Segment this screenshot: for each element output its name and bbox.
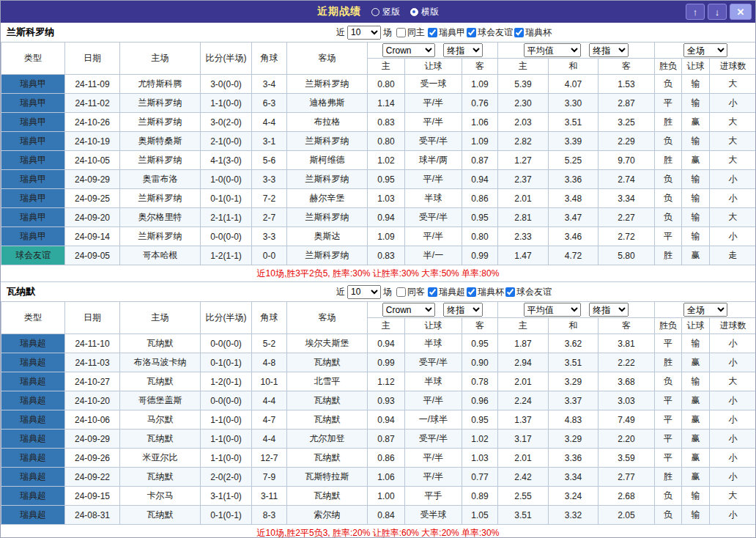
handicap-line: 平/半 — [405, 391, 462, 410]
avg-odds-home: 2.33 — [498, 227, 549, 246]
move-down-button[interactable]: ↓ — [708, 4, 727, 20]
away-team-name: 兰斯科罗纳 — [287, 170, 368, 189]
summary-line: 近10场,胜2平5负3, 胜率:20% 让胜率:60% 大率:20% 单率:30… — [1, 525, 755, 538]
result-handicap: 输 — [682, 75, 710, 94]
result-outcome: 胜 — [655, 353, 682, 372]
match-date: 24-11-02 — [65, 94, 120, 113]
same-venue-input[interactable] — [396, 28, 406, 37]
away-team-name: 兰斯科罗纳 — [287, 75, 368, 94]
league-filter-checkbox[interactable]: 瑞典超 — [428, 286, 465, 298]
league-filter-checkbox[interactable]: 瑞典杯 — [514, 26, 552, 39]
match-row: 瑞典超 24-09-29 瓦纳默 1-1(0-0) 4-4 尤尔加登 0.87 … — [1, 430, 756, 449]
home-team-name: 瓦纳默 — [120, 468, 201, 487]
avg-type-select[interactable]: 平均值 — [524, 303, 581, 317]
recent-count-select[interactable]: 10 — [347, 285, 381, 299]
handicap-line: 平/半 — [405, 468, 462, 487]
avg-type-select[interactable]: 平均值 — [524, 43, 581, 57]
handicap-line: 受平/半 — [405, 208, 462, 227]
handicap-line: 半球 — [405, 334, 462, 353]
result-outcome: 负 — [655, 189, 682, 208]
result-outcome: 平 — [655, 449, 682, 468]
col-header-date: 日期 — [65, 302, 120, 334]
handicap-line: 平/半 — [405, 227, 462, 246]
handicap-odds-home: 0.86 — [368, 449, 405, 468]
layout-radio-vertical[interactable]: 竖版 — [371, 6, 400, 18]
odds-provider-select[interactable]: Crown — [382, 303, 435, 317]
result-outcome: 负 — [655, 132, 682, 151]
team-name: 瓦纳默 — [7, 285, 35, 298]
titlebar-buttons: ↑ ↓ ✕ — [683, 4, 752, 20]
same-venue-checkbox[interactable]: 同主 — [396, 26, 425, 39]
odds-stage-select[interactable]: 终指 — [443, 303, 483, 317]
avg-odds-draw: 3.36 — [549, 449, 598, 468]
home-team-name: 布洛马波卡纳 — [120, 353, 201, 372]
result-goals: 小 — [710, 430, 756, 449]
avg-odds-away: 3.25 — [598, 113, 655, 132]
league-filter-input[interactable] — [428, 28, 437, 37]
col-header-home: 主场 — [120, 302, 201, 334]
match-row: 瑞典超 24-09-26 米亚尔比 1-1(0-0) 12-7 瓦纳默 0.86… — [1, 449, 756, 468]
col-header-type: 类型 — [1, 43, 65, 75]
recent-count-select[interactable]: 10 — [347, 26, 381, 40]
close-icon: ✕ — [737, 7, 745, 18]
layout-radio-horizontal[interactable]: 横版 — [410, 6, 439, 18]
sub-header-avg-away: 客 — [598, 59, 655, 75]
odds-stage-select[interactable]: 终指 — [443, 43, 483, 57]
league-filter-input[interactable] — [505, 287, 515, 297]
page-title: 近期战绩 — [317, 5, 361, 18]
odds-provider-select[interactable]: Crown — [382, 43, 435, 57]
avg-odds-draw: 3.39 — [549, 132, 598, 151]
handicap-odds-away: 1.05 — [462, 506, 498, 525]
handicap-odds-home: 0.83 — [368, 113, 405, 132]
down-arrow-icon: ↓ — [715, 7, 720, 18]
result-goals: 小 — [710, 94, 756, 113]
recent-label: 近 — [336, 26, 345, 39]
handicap-line: 平/半 — [405, 170, 462, 189]
league-filter-input[interactable] — [467, 28, 476, 37]
league-filter-checkbox[interactable]: 球会友谊 — [505, 286, 552, 298]
result-goals: 大 — [710, 151, 756, 170]
avg-odds-home: 1.37 — [498, 410, 549, 430]
same-venue-checkbox[interactable]: 同客 — [396, 286, 425, 298]
handicap-line: 球半/两 — [405, 151, 462, 170]
league-filter-input[interactable] — [428, 287, 437, 297]
match-score: 1-0(0-0) — [201, 170, 252, 189]
handicap-odds-home: 0.94 — [368, 208, 405, 227]
result-handicap: 赢 — [682, 151, 710, 170]
result-goals: 大 — [710, 487, 756, 506]
radio-icon — [410, 8, 418, 16]
avg-odds-home: 2.82 — [498, 132, 549, 151]
move-up-button[interactable]: ↑ — [686, 4, 705, 20]
league-filter-label: 球会友谊 — [478, 26, 513, 39]
avg-stage-select[interactable]: 终指 — [589, 303, 629, 317]
league-filter-checkbox[interactable]: 瑞典杯 — [467, 286, 504, 298]
match-date: 24-09-22 — [65, 468, 120, 487]
team-name: 兰斯科罗纳 — [7, 26, 54, 39]
corner-score: 12-7 — [252, 449, 287, 468]
result-scope-select[interactable]: 全场 — [683, 43, 727, 57]
results-tbody: 瑞典甲 24-11-09 尤特斯科腾 3-0(0-0) 3-4 兰斯科罗纳 0.… — [1, 75, 756, 265]
league-filter-input[interactable] — [514, 28, 524, 37]
close-button[interactable]: ✕ — [730, 4, 752, 20]
league-filter-checkbox[interactable]: 球会友谊 — [467, 26, 513, 39]
col-header-corner: 角球 — [252, 302, 287, 334]
match-score: 0-1(0-1) — [201, 353, 252, 372]
match-score: 0-1(0-1) — [201, 189, 252, 208]
match-row: 瑞典甲 24-09-29 奥雷布洛 1-0(0-0) 3-3 兰斯科罗纳 0.9… — [1, 170, 756, 189]
corner-score: 3-11 — [252, 487, 287, 506]
results-table: 类型 日期 主场 比分(半场) 角球 客场 Crown 终指 平均值 终指 — [1, 301, 756, 525]
handicap-odds-away: 0.76 — [462, 94, 498, 113]
handicap-odds-away: 0.77 — [462, 468, 498, 487]
result-outcome: 胜 — [655, 468, 682, 487]
home-team-name: 马尔默 — [120, 410, 201, 430]
result-handicap: 输 — [682, 487, 710, 506]
result-scope-select[interactable]: 全场 — [683, 303, 727, 317]
result-outcome: 平 — [655, 391, 682, 410]
avg-stage-select[interactable]: 终指 — [589, 43, 629, 57]
league-filter-checkbox[interactable]: 瑞典甲 — [428, 26, 465, 39]
league-filter-input[interactable] — [467, 287, 476, 297]
avg-odds-away: 2.22 — [598, 353, 655, 372]
radio-label: 竖版 — [382, 6, 400, 18]
avg-odds-draw: 3.34 — [549, 468, 598, 487]
same-venue-input[interactable] — [396, 287, 406, 297]
